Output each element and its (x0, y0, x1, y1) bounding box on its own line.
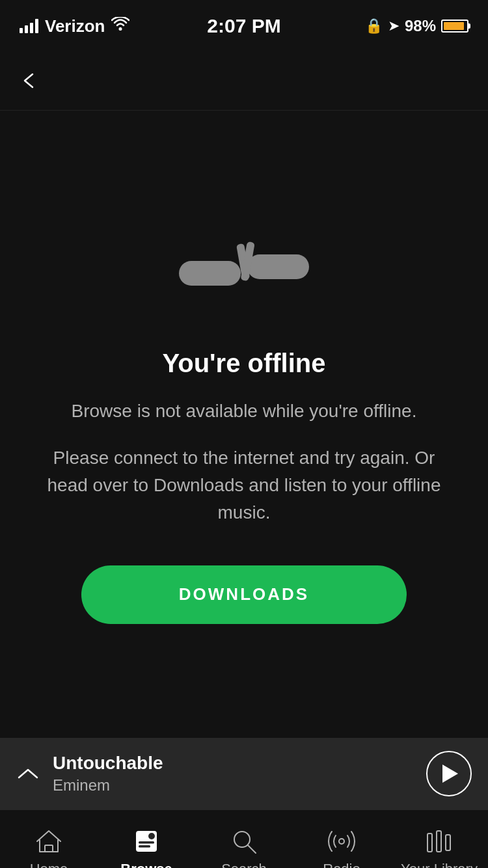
offline-icon (172, 225, 316, 316)
mini-player[interactable]: Untouchable Eminem (0, 738, 488, 809)
svg-rect-2 (247, 254, 309, 279)
svg-rect-14 (437, 831, 441, 852)
svg-rect-15 (446, 835, 450, 850)
radio-label: Radio (323, 861, 360, 869)
nav-item-library[interactable]: Your Library (390, 821, 488, 869)
status-icons: 🔒 ➤ (365, 18, 400, 34)
svg-point-12 (339, 839, 344, 844)
home-icon (34, 827, 63, 856)
offline-title: You're offline (163, 349, 326, 378)
play-icon (442, 765, 458, 783)
mini-player-info: Untouchable Eminem (53, 753, 163, 794)
offline-icon-container (172, 225, 316, 316)
library-icon (425, 827, 454, 856)
signal-bars-icon (20, 19, 38, 33)
nav-item-home[interactable]: Home (0, 821, 98, 869)
downloads-button[interactable]: DOWNLOADS (81, 565, 407, 624)
nav-item-radio[interactable]: Radio (293, 821, 390, 869)
nav-header (0, 52, 488, 111)
status-time: 2:07 PM (207, 15, 280, 37)
nav-item-search[interactable]: Search (195, 821, 293, 869)
svg-rect-5 (45, 845, 53, 852)
search-label: Search (221, 861, 267, 869)
location-icon: ➤ (388, 18, 400, 34)
battery-percent: 98% (405, 17, 436, 35)
main-content: You're offline Browse is not available w… (0, 111, 488, 738)
search-icon (230, 827, 258, 856)
nav-item-browse[interactable]: Browse (98, 821, 195, 869)
status-left: Verizon (20, 16, 129, 36)
chevron-up-icon[interactable] (16, 760, 40, 787)
mini-player-left: Untouchable Eminem (16, 753, 163, 794)
carrier-label: Verizon (45, 16, 105, 36)
back-button[interactable] (20, 68, 39, 94)
lock-icon: 🔒 (365, 18, 383, 34)
bottom-nav: Home Browse Sea (0, 809, 488, 868)
svg-rect-1 (179, 261, 241, 286)
svg-point-7 (148, 833, 155, 839)
home-label: Home (30, 861, 68, 869)
status-bar: Verizon 2:07 PM 🔒 ➤ 98% (0, 0, 488, 52)
browse-icon (132, 827, 161, 856)
mini-player-play-button[interactable] (426, 751, 472, 796)
svg-point-0 (119, 27, 122, 31)
offline-subtitle: Browse is not available while you're off… (72, 398, 417, 425)
browse-label: Browse (120, 861, 172, 869)
svg-line-11 (248, 845, 256, 853)
mini-player-artist: Eminem (53, 776, 163, 794)
radio-icon (327, 827, 356, 856)
offline-description: Please connect to the internet and try a… (39, 444, 449, 526)
wifi-icon (111, 17, 129, 35)
svg-rect-8 (139, 841, 154, 844)
svg-rect-9 (139, 845, 150, 848)
battery-fill (444, 22, 464, 30)
battery-icon (441, 20, 468, 33)
status-right: 🔒 ➤ 98% (365, 17, 468, 35)
mini-player-track-title: Untouchable (53, 753, 163, 774)
svg-rect-13 (427, 834, 432, 852)
library-label: Your Library (401, 861, 478, 869)
nav-items: Home Browse Sea (0, 810, 488, 868)
